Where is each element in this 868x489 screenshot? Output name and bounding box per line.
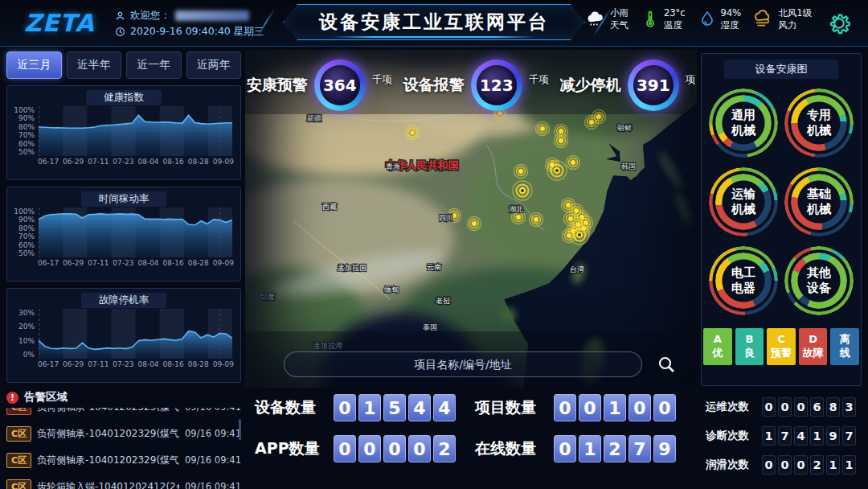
digit-box: 1	[810, 426, 824, 446]
digit-box: 1	[826, 455, 840, 475]
alert-area-title: 告警区域	[24, 390, 68, 405]
weather-item-temp: 23°c温度	[641, 7, 686, 31]
legend-C: C预警	[767, 328, 796, 365]
map-marker[interactable]	[579, 216, 593, 230]
alert-time: 09/16 09:41	[185, 408, 241, 413]
alert-text: 负荷侧轴承-10401202329(煤气引风机电...	[37, 408, 179, 414]
digit-box: 1	[358, 394, 381, 421]
gauge-其他设备[interactable]: 其他设备	[784, 246, 854, 315]
map-marker[interactable]	[468, 217, 481, 231]
kpi-value: 364	[320, 65, 360, 105]
map-marker[interactable]	[585, 116, 599, 129]
map-marker[interactable]	[567, 156, 580, 170]
alert-row-0[interactable]: C区负荷侧轴承-10401202329(煤气引风机电...09/16 09:41	[6, 408, 241, 417]
digit-box: 2	[810, 455, 824, 475]
alert-icon: !	[6, 392, 18, 404]
digit-box: 0	[794, 455, 808, 475]
alert-text: 齿轮箱输入端-10401202412(2#（2V）...	[37, 480, 179, 489]
kpi-unit: 千项	[529, 73, 549, 87]
alert-row-1[interactable]: C区负荷侧轴承-10401202329(煤气引风机电...09/16 09:41	[6, 423, 241, 444]
digit-box: 0	[778, 397, 792, 417]
page-title-frame: 设备安康工业互联网平台	[283, 4, 585, 40]
map-marker[interactable]	[406, 126, 420, 140]
digit-box: 0	[334, 435, 356, 462]
kpi-unit: 项	[686, 73, 696, 87]
alert-time: 09/16 09:41	[185, 481, 241, 489]
digit-box: 0	[778, 455, 792, 475]
digit-box: 5	[383, 394, 406, 421]
gauge-运输机械[interactable]: 运输机械	[709, 167, 778, 236]
search-input[interactable]	[284, 351, 642, 377]
gauge-label: 电工电器	[709, 246, 778, 315]
gauge-电工电器[interactable]: 电工电器	[709, 246, 778, 315]
counter-label: APP数量	[255, 438, 326, 459]
welcome-label: 欢迎您：	[130, 9, 170, 23]
counter-digits: 01279	[554, 435, 678, 462]
range-button-3[interactable]: 近两年	[186, 51, 242, 79]
map-marker[interactable]	[563, 229, 576, 243]
map-place-label: 韩国	[621, 162, 636, 171]
alert-time: 09/16 09:41	[185, 428, 241, 439]
digit-box: 1	[579, 435, 601, 462]
digit-box: 7	[778, 426, 792, 446]
digit-box: 9	[826, 426, 840, 446]
gauge-专用机械[interactable]: 专用机械	[784, 88, 854, 158]
alert-zone-badge: C区	[6, 479, 31, 489]
china-map[interactable]: 中华人民共和国新疆青海西藏四川云南湖北朝鲜韩国台湾印度孟加拉国缅甸老挝泰国孟加拉…	[245, 50, 697, 388]
gauge-label: 其他设备	[784, 246, 854, 315]
chart-plot	[38, 309, 232, 359]
digit-box: 0	[762, 397, 776, 417]
alert-area-header: ! 告警区域	[6, 389, 241, 405]
map-place-label: 泰国	[423, 323, 437, 331]
gauge-label: 运输机械	[709, 167, 778, 236]
map-marker[interactable]	[513, 181, 532, 200]
map-marker[interactable]	[536, 122, 550, 136]
weather-value: 小雨	[610, 7, 628, 19]
alert-row-3[interactable]: C区齿轮箱输入端-10401202412(2#（2V）...09/16 09:4…	[6, 476, 241, 489]
alert-row-2[interactable]: C区负荷侧轴承-10401202329(煤气引风机电...09/16 09:41	[6, 450, 241, 471]
gauge-通用机械[interactable]: 通用机械	[709, 88, 778, 158]
kpi-ring-strip: 安康预警 364 千项 设备报警 123 千项 减少停机 391 项	[245, 60, 697, 111]
x-axis-labels: 06-1706-2907-1107-2308-0408-1608-2809-09	[10, 257, 237, 267]
wind-icon	[753, 9, 774, 30]
digit-box: 1	[842, 455, 856, 475]
y-axis-labels: 30%20%10%0%	[12, 309, 38, 359]
map-place-label: 四川	[439, 214, 453, 222]
map-marker[interactable]	[514, 165, 528, 179]
map-marker[interactable]	[547, 161, 567, 180]
map-marker[interactable]	[530, 213, 543, 227]
digit-box: 4	[433, 394, 456, 421]
welcome-block: 欢迎您： 2020-9-16 09:40:40 星期三	[115, 7, 264, 39]
counter-label: 设备数量	[255, 397, 326, 418]
digit-box: 8	[826, 397, 840, 417]
page-title: 设备安康工业互联网平台	[319, 10, 549, 35]
weather-strip: 小雨天气 23°c温度 94%湿度 北风1级风力	[585, 7, 812, 31]
range-button-0[interactable]: 近三月	[6, 51, 62, 79]
settings-gear-icon[interactable]	[825, 9, 854, 38]
digit-box: 0	[762, 455, 776, 475]
weather-label: 风力	[778, 19, 812, 31]
range-button-2[interactable]: 近一年	[126, 51, 182, 79]
counter-label: 运维次数	[706, 400, 755, 414]
range-button-1[interactable]: 近半年	[67, 51, 122, 79]
kpi-label: 设备报警	[403, 75, 465, 96]
digit-box: 1	[604, 394, 626, 421]
digit-box: 0	[383, 435, 406, 462]
digit-box: 7	[842, 426, 856, 446]
alert-list-scrollbar[interactable]	[239, 419, 241, 440]
alert-text: 负荷侧轴承-10401202329(煤气引风机电...	[37, 454, 179, 467]
kpi-device-alarm: 设备报警 123 千项	[403, 60, 549, 111]
equipment-health-title: 设备安康图	[724, 60, 839, 79]
alert-zone-badge: C区	[6, 453, 31, 468]
map-marker[interactable]	[555, 134, 568, 148]
chart-time-utilization: 时间稼动率 100%90%80%70%60%50% 06-1706-2907-1…	[6, 187, 241, 281]
weather-value: 23°c	[664, 7, 686, 19]
search-icon[interactable]	[657, 355, 676, 374]
gauge-grid: 通用机械专用机械运输机械基础机械电工电器其他设备	[702, 79, 861, 320]
kpi-ring: 391	[628, 60, 679, 111]
gauge-label: 通用机械	[709, 88, 778, 158]
counter-device-count: 设备数量 01544	[255, 394, 475, 421]
header: ZETA 欢迎您： 2020-9-16 09:40:40 星期三 设备安康工业互…	[0, 0, 868, 47]
user-icon	[115, 10, 125, 21]
gauge-基础机械[interactable]: 基础机械	[784, 167, 854, 236]
